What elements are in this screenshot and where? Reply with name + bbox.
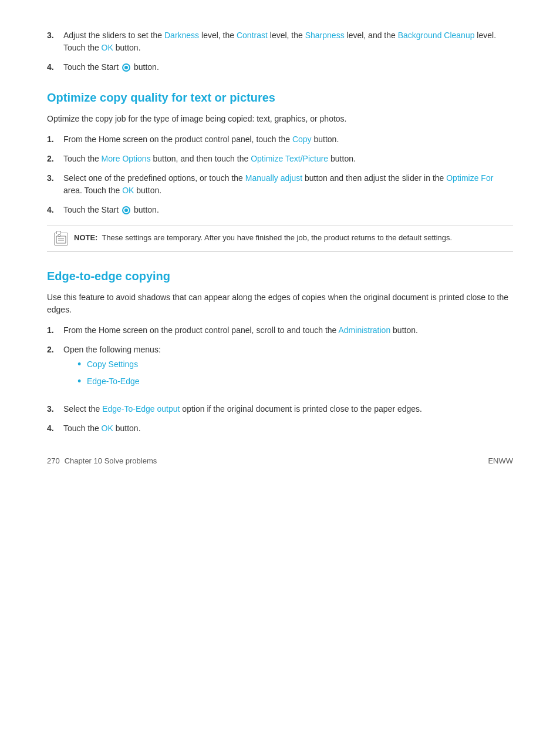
- background-cleanup-link[interactable]: Background Cleanup: [398, 31, 475, 40]
- edge-to-edge-link[interactable]: Edge-To-Edge: [87, 375, 140, 388]
- list-item: 2. Touch the More Options button, and th…: [47, 153, 513, 165]
- optimize-for-link[interactable]: Optimize For: [446, 173, 493, 183]
- step-number: 3.: [47, 29, 63, 54]
- step-content: Touch the OK button.: [63, 422, 513, 435]
- darkness-link[interactable]: Darkness: [164, 31, 199, 40]
- footer-left: 270 Chapter 10 Solve problems: [47, 456, 157, 465]
- ok-link-3[interactable]: OK: [102, 424, 113, 433]
- optimize-text-link[interactable]: Optimize Text/Picture: [251, 154, 328, 163]
- list-item: 1. From the Home screen on the product c…: [47, 133, 513, 146]
- step-number: 4.: [47, 422, 63, 435]
- footer-chapter: Chapter 10 Solve problems: [65, 456, 157, 465]
- edge-to-edge-output-link[interactable]: Edge-To-Edge output: [102, 404, 180, 414]
- list-item: 3. Adjust the sliders to set the Darknes…: [47, 29, 513, 54]
- section3-intro: Use this feature to avoid shadows that c…: [47, 291, 513, 316]
- contrast-link[interactable]: Contrast: [237, 31, 268, 40]
- section3-steps: 1. From the Home screen on the product c…: [47, 324, 513, 435]
- list-item: 3. Select the Edge-To-Edge output option…: [47, 403, 513, 415]
- step-content: Select one of the predefined options, or…: [63, 172, 513, 197]
- bullet-list: • Copy Settings • Edge-To-Edge: [77, 358, 513, 388]
- step-content: Touch the Start button.: [63, 204, 513, 216]
- ok-link-2[interactable]: OK: [122, 186, 134, 195]
- list-item: 4. Touch the Start button.: [47, 61, 513, 73]
- note-box: NOTE: These settings are temporary. Afte…: [47, 226, 513, 252]
- step-number: 3.: [47, 172, 63, 197]
- page-number: 270: [47, 456, 60, 465]
- list-item: 1. From the Home screen on the product c…: [47, 324, 513, 337]
- step-content: From the Home screen on the product cont…: [63, 133, 513, 146]
- step-content: Touch the More Options button, and then …: [63, 153, 513, 165]
- svg-rect-1: [58, 235, 60, 237]
- page-footer: 270 Chapter 10 Solve problems ENWW: [47, 456, 513, 465]
- more-options-link[interactable]: More Options: [102, 154, 151, 163]
- ok-link-1[interactable]: OK: [102, 43, 113, 52]
- section1-steps: 3. Adjust the sliders to set the Darknes…: [47, 29, 513, 73]
- step-number: 4.: [47, 204, 63, 216]
- list-item: 4. Touch the Start button.: [47, 204, 513, 216]
- list-item: • Copy Settings: [77, 358, 513, 371]
- step-number: 3.: [47, 403, 63, 415]
- step-content: Touch the Start button.: [63, 61, 513, 73]
- step-content: From the Home screen on the product cont…: [63, 324, 513, 337]
- page-content: 3. Adjust the sliders to set the Darknes…: [0, 0, 560, 489]
- note-label: NOTE:: [74, 233, 97, 242]
- list-item: 2. Open the following menus: • Copy Sett…: [47, 344, 513, 396]
- step-content: Open the following menus: • Copy Setting…: [63, 344, 513, 396]
- step-number: 1.: [47, 133, 63, 146]
- administration-link[interactable]: Administration: [338, 325, 390, 335]
- step-number: 2.: [47, 153, 63, 165]
- bullet-dot: •: [77, 376, 87, 387]
- start-icon: [122, 206, 130, 214]
- svg-rect-0: [56, 236, 66, 243]
- copy-settings-link[interactable]: Copy Settings: [87, 358, 138, 371]
- step-number: 1.: [47, 324, 63, 337]
- copy-link[interactable]: Copy: [292, 135, 312, 144]
- sharpness-link[interactable]: Sharpness: [305, 31, 345, 40]
- step-content: Select the Edge-To-Edge output option if…: [63, 403, 513, 415]
- section3-heading: Edge-to-edge copying: [47, 270, 513, 283]
- bullet-dot: •: [77, 359, 87, 369]
- manually-adjust-link[interactable]: Manually adjust: [245, 173, 302, 183]
- note-text: NOTE: These settings are temporary. Afte…: [74, 232, 452, 244]
- section2-steps: 1. From the Home screen on the product c…: [47, 133, 513, 216]
- step-content: Adjust the sliders to set the Darkness l…: [63, 29, 513, 54]
- step-number: 4.: [47, 61, 63, 73]
- start-icon: [122, 63, 130, 72]
- step-number: 2.: [47, 344, 63, 396]
- list-item: • Edge-To-Edge: [77, 375, 513, 388]
- footer-right: ENWW: [488, 456, 513, 465]
- list-item: 4. Touch the OK button.: [47, 422, 513, 435]
- section2-heading: Optimize copy quality for text or pictur…: [47, 91, 513, 105]
- section2-intro: Optimize the copy job for the type of im…: [47, 113, 513, 125]
- list-item: 3. Select one of the predefined options,…: [47, 172, 513, 197]
- note-icon: [54, 233, 68, 246]
